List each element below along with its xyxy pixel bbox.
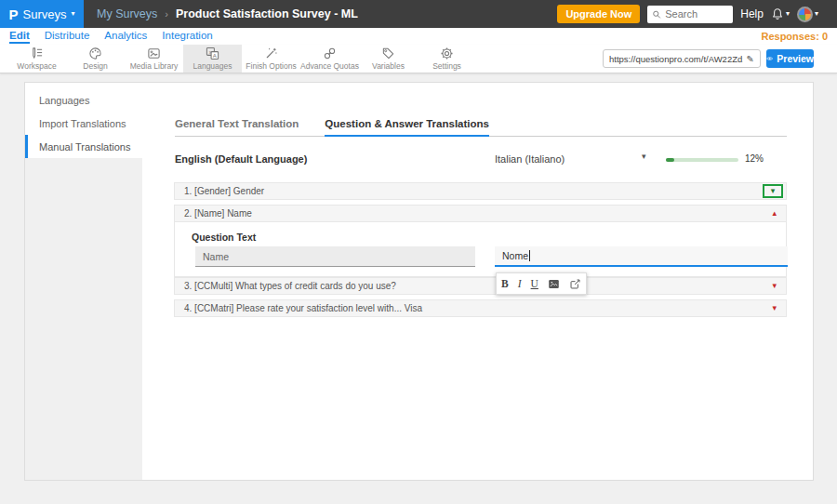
question-translation-editor: Question Text Name Nome (174, 222, 787, 277)
nav-item-edit[interactable]: Edit (9, 29, 30, 44)
sidebar-item-import-translations[interactable]: Import Translations (25, 112, 142, 135)
highlight-box: ▾ (763, 184, 783, 198)
workspace-icon (30, 46, 44, 60)
nav-item-distribute[interactable]: Distribute (45, 29, 90, 44)
bell-icon (771, 7, 784, 20)
sidebar-background (25, 158, 142, 480)
external-link-icon (569, 278, 581, 290)
toolbar-item-advance-quotas[interactable]: Advance Quotas (300, 45, 359, 73)
bold-button[interactable]: B (499, 278, 511, 289)
account-menu[interactable]: ▾ (797, 7, 818, 22)
expand-chevron-down-icon[interactable]: ▾ (772, 282, 777, 290)
breadcrumb-current-survey: Product Satisfaction Survey - ML (176, 7, 358, 20)
toolbar-item-design[interactable]: Design (66, 45, 125, 73)
global-search[interactable] (647, 6, 733, 23)
sidebar-item-manual-translations[interactable]: Manual Translations (25, 135, 142, 158)
tab-general-text-translation[interactable]: General Text Translation (175, 118, 299, 137)
survey-url-text: https://questionpro.com/t/AW22Zd1S1 (609, 54, 743, 64)
survey-nav: Edit Distribute Analytics Integration Re… (0, 28, 837, 45)
underline-button[interactable]: U (529, 278, 540, 289)
image-icon (548, 278, 560, 290)
sidebar-item-languages[interactable]: Languages (25, 88, 142, 112)
search-icon (652, 9, 661, 20)
top-bar: P Surveys ▾ My Surveys › Product Satisfa… (0, 0, 837, 28)
question-row-name[interactable]: 2. [Name] Name ▴ (174, 205, 787, 222)
translation-tabs: General Text Translation Question & Answ… (175, 118, 489, 137)
survey-url-field[interactable]: https://questionpro.com/t/AW22Zd1S1 ✎ (603, 49, 761, 68)
notifications-menu[interactable]: ▾ (771, 7, 790, 20)
edit-url-pencil-icon[interactable]: ✎ (747, 54, 754, 64)
advance-quotas-icon (323, 46, 337, 60)
translation-progress-percent: 12% (745, 153, 764, 164)
media-library-icon (147, 46, 161, 60)
toolbar-item-settings[interactable]: Settings (418, 45, 476, 73)
upgrade-now-button[interactable]: Upgrade Now (557, 5, 640, 23)
target-language-select[interactable]: Italian (Italiano) (495, 153, 565, 165)
translation-progress-bar (666, 158, 738, 162)
product-switcher[interactable]: P Surveys ▾ (0, 0, 84, 28)
search-input[interactable] (665, 8, 728, 20)
source-language-label: English (Default Language) (175, 153, 307, 165)
avatar (797, 7, 813, 22)
translation-input[interactable]: Nome (495, 246, 788, 267)
translations-panel: Languages Import Translations Manual Tra… (24, 82, 814, 481)
text-cursor (529, 250, 530, 261)
expand-chevron-down-icon[interactable]: ▾ (772, 304, 777, 312)
question-row-gender[interactable]: 1. [Gender] Gender ▾ (174, 182, 787, 200)
target-language-chevron-down-icon[interactable]: ▾ (642, 152, 646, 161)
format-toolbar: B I U (496, 272, 587, 295)
toolbar-item-languages[interactable]: x A Languages (183, 45, 242, 73)
chevron-down-icon: ▾ (815, 10, 818, 18)
toolbar-item-finish-options[interactable]: Finish Options (242, 45, 300, 73)
chevron-down-icon: ▾ (71, 10, 74, 18)
breadcrumb: My Surveys › Product Satisfaction Survey… (97, 7, 358, 20)
toolbar-item-variables[interactable]: Variables (359, 45, 418, 73)
progress-fill (666, 158, 674, 162)
design-icon (88, 46, 102, 60)
eye-icon (766, 55, 773, 62)
italic-button[interactable]: I (516, 278, 524, 289)
collapse-chevron-up-icon[interactable]: ▴ (772, 209, 777, 218)
topbar-actions: Upgrade Now Help ▾ ▾ (557, 5, 837, 23)
translations-side-menu: Languages Import Translations Manual Tra… (25, 88, 142, 158)
source-text-field: Name (195, 246, 475, 267)
tab-question-answer-translations[interactable]: Question & Answer Translations (325, 118, 489, 137)
toolbar-item-workspace[interactable]: Workspace (7, 45, 66, 73)
finish-options-icon (264, 46, 278, 60)
nav-item-analytics[interactable]: Analytics (104, 29, 147, 44)
expand-chevron-down-icon[interactable]: ▾ (771, 187, 776, 195)
question-text-label: Question Text (192, 232, 256, 243)
breadcrumb-my-surveys[interactable]: My Surveys (97, 7, 157, 20)
preview-button[interactable]: Preview (766, 49, 814, 68)
product-label: Surveys (23, 7, 67, 21)
question-row-ccmatri[interactable]: 4. [CCMatri] Please rate your satisfacti… (174, 299, 787, 317)
settings-icon (440, 46, 454, 60)
nav-item-integration[interactable]: Integration (162, 29, 212, 44)
insert-image-button[interactable] (546, 278, 562, 290)
breadcrumb-separator-icon: › (165, 8, 168, 20)
responses-count[interactable]: Responses: 0 (761, 31, 828, 42)
questionpro-logo-icon: P (9, 7, 19, 21)
variables-icon (381, 46, 395, 60)
help-link[interactable]: Help (740, 7, 764, 20)
languages-icon: x A (206, 46, 219, 60)
toolbar-item-media-library[interactable]: Media Library (125, 45, 183, 73)
insert-link-button[interactable] (567, 278, 583, 290)
chevron-down-icon: ▾ (786, 10, 790, 18)
question-row-ccmulti[interactable]: 3. [CCMulti] What types of credit cards … (174, 277, 787, 295)
